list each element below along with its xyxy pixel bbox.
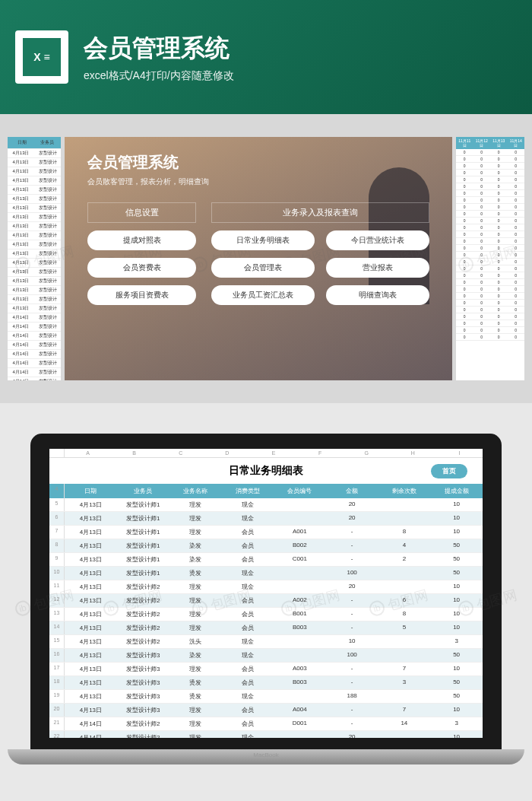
detail-table-row[interactable]: 11 4月13日 发型设计师2 理发 现金 20 10 bbox=[49, 580, 483, 594]
detail-column-header: 业务名称 bbox=[169, 484, 222, 498]
right-table-row[interactable]: 0000 bbox=[456, 265, 524, 272]
btn-detail-query[interactable]: 明细查询表 bbox=[326, 285, 429, 305]
left-table-row[interactable]: 4月14日发型设计 bbox=[8, 341, 61, 350]
col-letter: H bbox=[390, 449, 436, 457]
dash-section-info: 信息设置 bbox=[87, 202, 196, 223]
left-table-row[interactable]: 4月13日发型设计 bbox=[8, 286, 61, 295]
detail-column-header: 剩余次数 bbox=[378, 484, 431, 498]
right-table-row[interactable]: 0000 bbox=[456, 252, 524, 259]
right-table-row[interactable]: 0000 bbox=[456, 231, 524, 238]
left-table-row[interactable]: 4月13日发型设计 bbox=[8, 186, 61, 195]
left-table-row[interactable]: 4月13日发型设计 bbox=[8, 268, 61, 277]
left-table-row[interactable]: 4月13日发型设计 bbox=[8, 240, 61, 250]
right-table-row[interactable]: 0000 bbox=[456, 149, 524, 156]
dashboard-preview-section: 日期 业务员 4月13日发型设计4月13日发型设计4月13日发型设计4月13日发… bbox=[0, 114, 532, 403]
right-table-row[interactable]: 0000 bbox=[456, 300, 524, 307]
left-table-row[interactable]: 4月14日发型设计 bbox=[8, 332, 61, 341]
right-table-row[interactable]: 0000 bbox=[456, 293, 524, 300]
right-table-row[interactable]: 0000 bbox=[456, 334, 524, 341]
detail-table-row[interactable]: 12 4月13日 发型设计师2 理发 会员 A002 - 6 10 bbox=[49, 594, 483, 608]
detail-table-row[interactable]: 6 4月13日 发型设计师1 理发 现金 20 10 bbox=[49, 512, 483, 526]
detail-table-row[interactable]: 10 4月13日 发型设计师1 烫发 现金 100 50 bbox=[49, 567, 483, 580]
left-table-row[interactable]: 4月13日发型设计 bbox=[8, 213, 61, 222]
detail-table-row[interactable]: 9 4月13日 发型设计师1 染发 会员 C001 - 2 50 bbox=[49, 553, 483, 567]
detail-table-row[interactable]: 8 4月13日 发型设计师1 染发 会员 B002 - 4 50 bbox=[49, 539, 483, 553]
right-table-row[interactable]: 0000 bbox=[456, 238, 524, 245]
right-table-row[interactable]: 0000 bbox=[456, 279, 524, 286]
detail-table-row[interactable]: 13 4月13日 发型设计师2 理发 会员 B001 - 8 10 bbox=[49, 608, 483, 621]
right-table-row[interactable]: 0000 bbox=[456, 183, 524, 190]
detail-table-row[interactable]: 14 4月13日 发型设计师2 理发 会员 B003 - 5 10 bbox=[49, 621, 483, 635]
detail-table-row[interactable]: 22 4月14日 发型设计师2 理发 现金 20 10 bbox=[49, 731, 483, 738]
right-table-row[interactable]: 0000 bbox=[456, 156, 524, 163]
page-title: 会员管理系统 bbox=[84, 32, 234, 65]
left-table-row[interactable]: 4月14日发型设计 bbox=[8, 350, 61, 359]
right-table-row[interactable]: 0000 bbox=[456, 307, 524, 313]
right-table-row[interactable]: 0000 bbox=[456, 313, 524, 320]
right-table-row[interactable]: 0000 bbox=[456, 197, 524, 204]
left-table-row[interactable]: 4月14日发型设计 bbox=[8, 359, 61, 368]
right-table-row[interactable]: 0000 bbox=[456, 259, 524, 265]
left-table-row[interactable]: 4月13日发型设计 bbox=[8, 167, 61, 176]
detail-table-row[interactable]: 16 4月13日 发型设计师3 染发 现金 100 50 bbox=[49, 649, 483, 663]
btn-member-mgmt[interactable]: 会员管理表 bbox=[211, 258, 315, 278]
dashboard-subtitle: 会员散客管理，报表分析，明细查询 bbox=[87, 176, 429, 187]
btn-business-report[interactable]: 营业报表 bbox=[326, 258, 429, 278]
detail-table-row[interactable]: 19 4月13日 发型设计师3 烫发 现金 188 50 bbox=[49, 690, 483, 704]
btn-daily-detail[interactable]: 日常业务明细表 bbox=[211, 230, 315, 250]
left-table-row[interactable]: 4月13日发型设计 bbox=[8, 259, 61, 268]
header-text-block: 会员管理系统 excel格式/A4打印/内容随意修改 bbox=[84, 32, 234, 83]
right-header-cell: 11月13日 bbox=[490, 137, 508, 149]
detail-column-header: 会员编号 bbox=[274, 484, 326, 498]
right-table-row[interactable]: 0000 bbox=[456, 327, 524, 334]
detail-table-row[interactable]: 7 4月13日 发型设计师1 理发 会员 A001 - 8 10 bbox=[49, 526, 483, 539]
left-table-row[interactable]: 4月13日发型设计 bbox=[8, 149, 61, 158]
left-table-row[interactable]: 4月14日发型设计 bbox=[8, 323, 61, 332]
detail-table-row[interactable]: 20 4月13日 发型设计师3 理发 会员 A004 - 7 10 bbox=[49, 704, 483, 717]
left-table-row[interactable]: 4月14日发型设计 bbox=[8, 313, 61, 323]
right-table-row[interactable]: 0000 bbox=[456, 320, 524, 327]
left-table-row[interactable]: 4月13日发型设计 bbox=[8, 195, 61, 204]
right-table-row[interactable]: 0000 bbox=[456, 176, 524, 183]
right-table-row[interactable]: 0000 bbox=[456, 272, 524, 279]
back-button[interactable]: 首页 bbox=[431, 464, 467, 478]
right-table-row[interactable]: 0000 bbox=[456, 211, 524, 218]
left-table-row[interactable]: 4月13日发型设计 bbox=[8, 176, 61, 186]
right-table-row[interactable]: 0000 bbox=[456, 170, 524, 176]
right-table-row[interactable]: 0000 bbox=[456, 245, 524, 252]
left-table-row[interactable]: 4月13日发型设计 bbox=[8, 250, 61, 259]
dash-section-reports: 业务录入及报表查询 bbox=[211, 202, 429, 223]
right-table-row[interactable]: 0000 bbox=[456, 190, 524, 197]
col-letter: E bbox=[250, 449, 296, 457]
left-table-row[interactable]: 4月14日发型设计 bbox=[8, 377, 61, 380]
left-table-row[interactable]: 4月13日发型设计 bbox=[8, 222, 61, 231]
left-table-row[interactable]: 4月13日发型设计 bbox=[8, 231, 61, 240]
btn-member-fee[interactable]: 会员资费表 bbox=[87, 258, 196, 278]
right-table-row[interactable]: 0000 bbox=[456, 286, 524, 293]
page-subtitle: excel格式/A4打印/内容随意修改 bbox=[84, 69, 234, 83]
detail-table-row[interactable]: 5 4月13日 发型设计师1 理发 现金 20 10 bbox=[49, 498, 483, 512]
btn-commission[interactable]: 提成对照表 bbox=[87, 230, 196, 250]
left-table-row[interactable]: 4月13日发型设计 bbox=[8, 158, 61, 167]
btn-salary-summary[interactable]: 业务员工资汇总表 bbox=[211, 285, 315, 305]
btn-today-stats[interactable]: 今日营业统计表 bbox=[326, 230, 429, 250]
left-table-row[interactable]: 4月14日发型设计 bbox=[8, 368, 61, 377]
right-table-row[interactable]: 0000 bbox=[456, 218, 524, 224]
col-letter: D bbox=[204, 449, 250, 457]
detail-table-row[interactable]: 21 4月14日 发型设计师2 理发 会员 D001 - 14 3 bbox=[49, 717, 483, 731]
left-side-table: 日期 业务员 4月13日发型设计4月13日发型设计4月13日发型设计4月13日发… bbox=[8, 137, 61, 380]
detail-table-row[interactable]: 17 4月13日 发型设计师3 理发 会员 A003 - 7 10 bbox=[49, 663, 483, 676]
detail-table-row[interactable]: 18 4月13日 发型设计师3 烫发 会员 B003 - 3 50 bbox=[49, 676, 483, 690]
right-header-cell: 11月14日 bbox=[508, 137, 525, 149]
btn-service-fee[interactable]: 服务项目资费表 bbox=[87, 285, 196, 305]
left-table-row[interactable]: 4月13日发型设计 bbox=[8, 304, 61, 313]
detail-table-row[interactable]: 15 4月13日 发型设计师2 洗头 现金 10 3 bbox=[49, 635, 483, 649]
left-table-row[interactable]: 4月13日发型设计 bbox=[8, 295, 61, 304]
right-table-row[interactable]: 0000 bbox=[456, 224, 524, 231]
right-header-cell: 11月11日 bbox=[456, 137, 473, 149]
left-table-row[interactable]: 4月13日发型设计 bbox=[8, 277, 61, 286]
right-table-row[interactable]: 0000 bbox=[456, 204, 524, 211]
excel-file-icon: X ≡ bbox=[15, 30, 68, 84]
right-table-row[interactable]: 0000 bbox=[456, 163, 524, 170]
left-table-row[interactable]: 4月13日发型设计 bbox=[8, 204, 61, 213]
